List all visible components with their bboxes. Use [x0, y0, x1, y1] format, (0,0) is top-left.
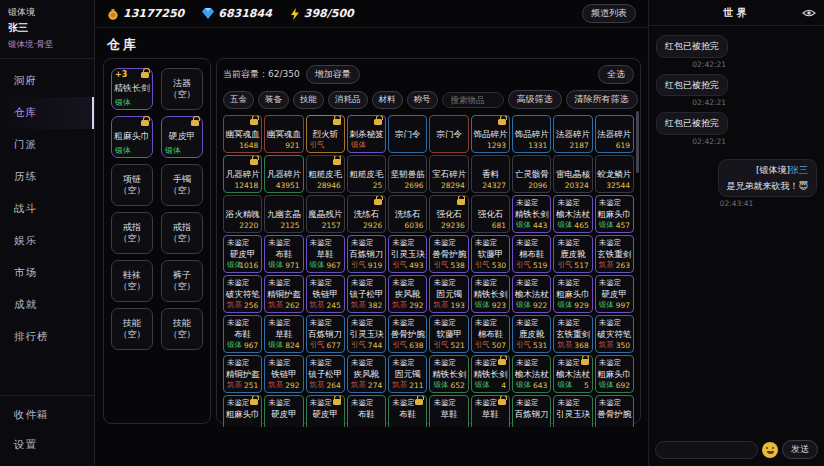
sidebar-item-战斗[interactable]: 战斗 [0, 193, 94, 225]
item-粗糙皮毛[interactable]: 粗糙皮毛28946 [306, 155, 345, 193]
item-百炼钢刀[interactable]: 未鉴定百炼钢刀引气677 [306, 315, 345, 353]
item-精铁长剑[interactable]: 未鉴定精铁长剑锻体923 [471, 275, 510, 313]
item-兽骨护腕[interactable]: 未鉴定兽骨护腕 [595, 395, 634, 427]
item-强化石[interactable]: 强化石29236 [429, 195, 468, 233]
sidebar-item-历练[interactable]: 历练 [0, 161, 94, 193]
item-浴火精魄[interactable]: 浴火精魄2220 [223, 195, 262, 233]
item-法器碎片[interactable]: 法器碎片2187 [553, 115, 592, 153]
tab-消耗品[interactable]: 消耗品 [328, 91, 368, 109]
equip-slot-裤子[interactable]: 裤子（空） [161, 260, 203, 302]
item-草鞋[interactable]: 未鉴定草鞋 [471, 395, 510, 427]
sidebar-item-收件箱[interactable]: 收件箱 [0, 400, 94, 430]
item-幽冥魂血[interactable]: 幽冥魂血921 [264, 115, 303, 153]
item-镇子松甲[interactable]: 未鉴定镇子松甲筑基264 [306, 355, 345, 393]
item-硬皮甲[interactable]: 未鉴定硬皮甲 [264, 395, 303, 427]
sidebar-item-门派[interactable]: 门派 [0, 129, 94, 161]
sidebar-item-设置[interactable]: 设置 [0, 430, 94, 460]
equip-slot-硬皮甲[interactable]: 硬皮甲锻体 [161, 116, 203, 158]
item-粗麻头巾[interactable]: 未鉴定粗麻头巾锻体929 [553, 275, 592, 313]
item-硬皮甲[interactable]: 未鉴定硬皮甲锻体1016 [223, 235, 262, 273]
item-兽骨护腕[interactable]: 未鉴定兽骨护腕引气638 [388, 315, 427, 353]
item-精铜护盔[interactable]: 未鉴定精铜护盔筑基251 [223, 355, 262, 393]
item-铁链甲[interactable]: 未鉴定铁链甲筑基292 [264, 355, 303, 393]
item-烈火斩[interactable]: 烈火斩引气 [306, 115, 345, 153]
sidebar-item-仓库[interactable]: 仓库 [0, 97, 94, 129]
item-凡器碎片[interactable]: 凡器碎片12418 [223, 155, 262, 193]
equip-slot-技能[interactable]: 技能（空） [161, 308, 203, 350]
item-雷电晶核[interactable]: 雷电晶核20324 [553, 155, 592, 193]
item-草鞋[interactable]: 未鉴定草鞋 [429, 395, 468, 427]
select-all-button[interactable]: 全选 [598, 65, 634, 84]
item-法器碎片[interactable]: 法器碎片619 [595, 115, 634, 153]
eye-icon[interactable] [802, 8, 816, 20]
sidebar-item-排行榜[interactable]: 排行榜 [0, 321, 94, 353]
item-引灵玉玦[interactable]: 未鉴定引灵玉玦 [553, 395, 592, 427]
item-粗麻头巾[interactable]: 未鉴定粗麻头巾锻体692 [595, 355, 634, 393]
item-鹿皮靴[interactable]: 未鉴定鹿皮靴引气517 [553, 235, 592, 273]
equip-slot-法器[interactable]: 法器（空） [161, 68, 203, 110]
sidebar-item-成就[interactable]: 成就 [0, 289, 94, 321]
item-玄铁重剑[interactable]: 未鉴定玄铁重剑筑基368 [553, 315, 592, 353]
item-粗麻头巾[interactable]: 未鉴定粗麻头巾 [223, 395, 262, 427]
item-软藤甲[interactable]: 未鉴定软藤甲引气530 [471, 235, 510, 273]
item-亡灵骸骨[interactable]: 亡灵骸骨2096 [512, 155, 551, 193]
item-固元镯[interactable]: 未鉴定固元镯筑基211 [388, 355, 427, 393]
item-榆木法杖[interactable]: 未鉴定榆木法杖锻体5 [553, 355, 592, 393]
item-精铁长剑[interactable]: 未鉴定精铁长剑锻体4 [471, 355, 510, 393]
item-疾风靴[interactable]: 未鉴定疾风靴筑基274 [347, 355, 386, 393]
tab-称号[interactable]: 称号 [407, 91, 438, 109]
item-棉布鞋[interactable]: 未鉴定棉布鞋引气519 [512, 235, 551, 273]
item-布鞋[interactable]: 未鉴定布鞋 [347, 395, 386, 427]
item-宗门令[interactable]: 宗门令 [388, 115, 427, 153]
item-刺杀秘笈[interactable]: 刺杀秘笈锻体 [347, 115, 386, 153]
item-榆木法杖[interactable]: 未鉴定榆木法杖锻体643 [512, 355, 551, 393]
item-饰品碎片[interactable]: 饰品碎片1331 [512, 115, 551, 153]
equip-slot-鞋袜[interactable]: 鞋袜（空） [111, 260, 153, 302]
item-草鞋[interactable]: 未鉴定草鞋锻体967 [306, 235, 345, 273]
sidebar-item-市场[interactable]: 市场 [0, 257, 94, 289]
item-布鞋[interactable]: 未鉴定布鞋锻体967 [223, 315, 262, 353]
item-固元镯[interactable]: 未鉴定固元镯筑基193 [429, 275, 468, 313]
item-蛟龙鳞片[interactable]: 蛟龙鳞片32544 [595, 155, 634, 193]
item-破灾符笔[interactable]: 未鉴定破灾符笔筑基256 [223, 275, 262, 313]
tab-材料[interactable]: 材料 [372, 91, 403, 109]
item-榆木法杖[interactable]: 未鉴定榆木法杖锻体922 [512, 275, 551, 313]
item-香料[interactable]: 香料24327 [471, 155, 510, 193]
item-布鞋[interactable]: 未鉴定布鞋锻体971 [264, 235, 303, 273]
sidebar-item-洞府[interactable]: 洞府 [0, 65, 94, 97]
search-input[interactable] [442, 92, 504, 108]
item-宗门令[interactable]: 宗门令 [429, 115, 468, 153]
item-玄铁重剑[interactable]: 未鉴定玄铁重剑筑基263 [595, 235, 634, 273]
equip-slot-技能[interactable]: 技能（空） [111, 308, 153, 350]
equip-slot-戒指[interactable]: 戒指（空） [111, 212, 153, 254]
item-草鞋[interactable]: 未鉴定草鞋锻体824 [264, 315, 303, 353]
equip-slot-精铁长剑[interactable]: +3精铁长剑锻体 [111, 68, 153, 110]
item-魔晶残片[interactable]: 魔晶残片2157 [306, 195, 345, 233]
send-button[interactable]: 发送 [782, 440, 818, 459]
item-软藤甲[interactable]: 未鉴定软藤甲引气521 [429, 315, 468, 353]
item-引灵玉玦[interactable]: 未鉴定引灵玉玦引气744 [347, 315, 386, 353]
tab-装备[interactable]: 装备 [258, 91, 289, 109]
equip-slot-项链[interactable]: 项链（空） [111, 164, 153, 206]
channel-list-button[interactable]: 频道列表 [582, 4, 636, 23]
item-布鞋[interactable]: 未鉴定布鞋 [388, 395, 427, 427]
item-洗练石[interactable]: 洗练石6036 [388, 195, 427, 233]
equip-slot-戒指[interactable]: 戒指（空） [161, 212, 203, 254]
item-棉布鞋[interactable]: 未鉴定棉布鞋引气507 [471, 315, 510, 353]
item-宝石碎片[interactable]: 宝石碎片28294 [429, 155, 468, 193]
item-榆木法杖[interactable]: 未鉴定榆木法杖锻体465 [553, 195, 592, 233]
item-洗练石[interactable]: 洗练石2926 [347, 195, 386, 233]
tab-技能[interactable]: 技能 [293, 91, 324, 109]
inventory-scrollbar[interactable] [636, 111, 639, 173]
item-硬皮甲[interactable]: 未鉴定硬皮甲锻体997 [595, 275, 634, 313]
item-精铜护盔[interactable]: 未鉴定精铜护盔筑基262 [264, 275, 303, 313]
add-capacity-button[interactable]: 增加容量 [306, 65, 360, 84]
item-镇子松甲[interactable]: 未鉴定镇子松甲筑基382 [347, 275, 386, 313]
item-硬皮甲[interactable]: 未鉴定硬皮甲 [306, 395, 345, 427]
advanced-filter-button[interactable]: 高级筛选 [508, 90, 562, 109]
chat-input[interactable] [655, 441, 758, 459]
item-饰品碎片[interactable]: 饰品碎片1293 [471, 115, 510, 153]
item-引灵玉玦[interactable]: 未鉴定引灵玉玦引气493 [388, 235, 427, 273]
item-疾风靴[interactable]: 未鉴定疾风靴筑基292 [388, 275, 427, 313]
item-精铁长剑[interactable]: 未鉴定精铁长剑锻体443 [512, 195, 551, 233]
